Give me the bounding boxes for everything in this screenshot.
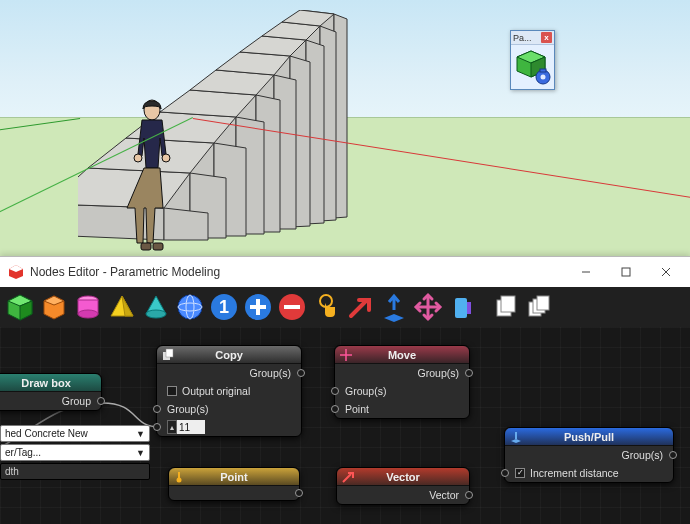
- svg-rect-78: [166, 349, 173, 357]
- tag-dropdown[interactable]: er/Tag...▼: [0, 444, 150, 461]
- material-dropdown[interactable]: hed Concrete New▼: [0, 425, 150, 442]
- node-header: Copy: [157, 346, 301, 364]
- tool-subtract-icon[interactable]: [276, 291, 308, 323]
- window-title: Nodes Editor - Parametric Modeling: [30, 265, 220, 279]
- svg-point-31: [162, 154, 170, 162]
- svg-marker-80: [511, 439, 521, 443]
- node-draw-box[interactable]: Draw box Group: [0, 373, 102, 411]
- port-in[interactable]: [153, 423, 161, 431]
- checkbox-increment[interactable]: [515, 468, 525, 478]
- copy-icon: [161, 348, 175, 362]
- close-button[interactable]: [646, 259, 686, 285]
- width-label: dth: [0, 463, 150, 480]
- tool-box-icon[interactable]: [446, 291, 478, 323]
- tool-sphere-icon[interactable]: [174, 291, 206, 323]
- maximize-button[interactable]: [606, 259, 646, 285]
- port-in[interactable]: [501, 469, 509, 477]
- svg-point-79: [177, 478, 182, 483]
- port-out[interactable]: [295, 489, 303, 497]
- port-out[interactable]: [669, 451, 677, 459]
- nodes-canvas[interactable]: Draw box Group hed Concrete New▼ er/Tag.…: [0, 327, 690, 524]
- port-out[interactable]: [465, 369, 473, 377]
- side-fields: hed Concrete New▼ er/Tag...▼ dth: [0, 425, 150, 482]
- sketchup-logo-icon: [8, 264, 24, 280]
- nodes-editor-window: Nodes Editor - Parametric Modeling 1: [0, 256, 690, 524]
- vector-icon: [341, 470, 355, 484]
- tool-extrude-icon[interactable]: [378, 291, 410, 323]
- svg-point-57: [146, 310, 166, 318]
- port-in[interactable]: [153, 405, 161, 413]
- spin-up-icon[interactable]: ▴: [167, 420, 177, 434]
- pushpull-icon: [509, 430, 523, 444]
- svg-point-38: [541, 75, 546, 80]
- svg-marker-69: [384, 314, 404, 322]
- svg-text:1: 1: [219, 297, 229, 317]
- nodes-toolbar: 1: [0, 287, 690, 327]
- tool-cylinder-icon[interactable]: [72, 291, 104, 323]
- float-title: Pa...: [513, 33, 532, 43]
- svg-rect-33: [153, 243, 163, 250]
- tool-pyramid-icon[interactable]: [106, 291, 138, 323]
- scale-figure: [122, 98, 182, 253]
- minimize-button[interactable]: [566, 259, 606, 285]
- caret-icon: ▼: [136, 448, 145, 458]
- svg-rect-70: [455, 298, 467, 318]
- svg-rect-73: [501, 296, 515, 312]
- point-icon: [173, 470, 187, 484]
- tool-cube-icon[interactable]: [4, 291, 36, 323]
- tool-copydoc-icon[interactable]: [490, 291, 522, 323]
- port-in[interactable]: [331, 405, 339, 413]
- svg-point-58: [178, 295, 202, 319]
- move-icon: [339, 348, 353, 362]
- tool-add-icon[interactable]: [242, 291, 274, 323]
- svg-rect-43: [622, 268, 630, 276]
- caret-icon: ▼: [136, 429, 145, 439]
- parametric-toolbar-float[interactable]: Pa... x: [510, 30, 555, 90]
- svg-rect-76: [537, 296, 549, 310]
- port-in[interactable]: [331, 387, 339, 395]
- tool-touch-icon[interactable]: [310, 291, 342, 323]
- tool-cone-icon[interactable]: [140, 291, 172, 323]
- copies-number-field[interactable]: ▴ 11: [167, 420, 205, 434]
- svg-rect-67: [284, 305, 300, 309]
- tool-move-icon[interactable]: [412, 291, 444, 323]
- node-header: Move: [335, 346, 469, 364]
- svg-rect-39: [540, 69, 546, 72]
- node-move[interactable]: Move Group(s) Group(s) Point: [334, 345, 470, 419]
- tool-prism-icon[interactable]: [38, 291, 70, 323]
- node-push-pull[interactable]: Push/Pull Group(s) Increment distance: [504, 427, 674, 483]
- node-point[interactable]: Point: [168, 467, 300, 501]
- port-out[interactable]: [297, 369, 305, 377]
- node-header: Draw box: [0, 374, 101, 392]
- node-vector[interactable]: Vector Vector: [336, 467, 470, 505]
- node-copy[interactable]: Copy Group(s) Output original Group(s) ▴…: [156, 345, 302, 437]
- node-header: Push/Pull: [505, 428, 673, 446]
- checkbox-output-original[interactable]: [167, 386, 177, 396]
- tool-number-icon[interactable]: 1: [208, 291, 240, 323]
- parametric-icon[interactable]: [511, 45, 553, 87]
- svg-rect-71: [467, 302, 471, 314]
- svg-point-53: [78, 310, 98, 318]
- svg-rect-65: [250, 305, 266, 309]
- node-header: Vector: [337, 468, 469, 486]
- node-header: Point: [169, 468, 299, 486]
- tool-arrow-icon[interactable]: [344, 291, 376, 323]
- svg-rect-32: [141, 243, 151, 250]
- titlebar[interactable]: Nodes Editor - Parametric Modeling: [0, 257, 690, 287]
- close-icon[interactable]: x: [541, 32, 552, 43]
- svg-point-30: [134, 154, 142, 162]
- port-out[interactable]: [465, 491, 473, 499]
- tool-multidoc-icon[interactable]: [524, 291, 556, 323]
- port-out[interactable]: [97, 397, 105, 405]
